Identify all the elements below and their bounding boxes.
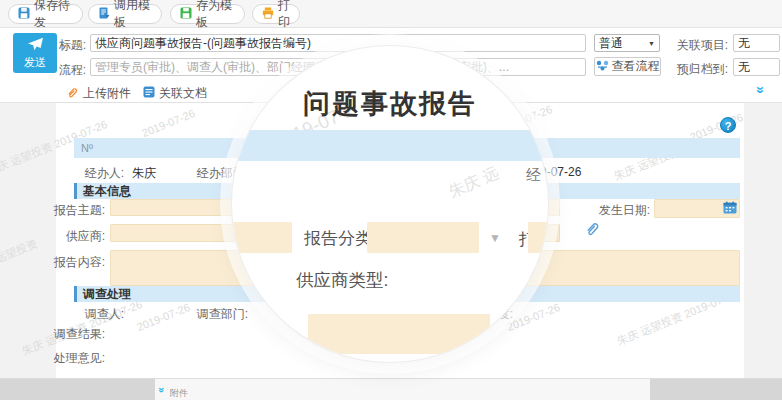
save-template-label: 存为模板 xyxy=(196,0,235,31)
related-project-input[interactable] xyxy=(733,34,780,52)
footer-left-block xyxy=(0,379,155,400)
attachment-paperclip-icon[interactable] xyxy=(584,220,601,240)
calendar-icon[interactable] xyxy=(723,201,737,217)
save-draft-button[interactable]: 保存待发 xyxy=(8,4,83,24)
upload-attachment-label: 上传附件 xyxy=(83,85,131,102)
subject-label: 报告主题: xyxy=(20,202,105,219)
save-template-icon xyxy=(180,7,192,22)
priority-select[interactable]: 普通 ▼ xyxy=(594,34,660,52)
save-template-button[interactable]: 存为模板 xyxy=(170,4,245,24)
load-template-label: 调用模板 xyxy=(114,0,152,31)
opinion-label: 处理意见: xyxy=(20,350,105,367)
link-document-link[interactable]: 关联文档 xyxy=(143,85,207,102)
save-draft-label: 保存待发 xyxy=(34,0,73,31)
footer-middle-block xyxy=(155,379,650,400)
related-project-label: 关联项目: xyxy=(668,37,728,54)
right-margin xyxy=(744,103,782,378)
flow-chart-icon xyxy=(596,60,609,74)
print-icon xyxy=(262,7,274,22)
caret-down-icon: ▼ xyxy=(648,40,655,47)
load-template-icon xyxy=(98,7,110,22)
upload-attachment-link[interactable]: 上传附件 xyxy=(66,85,131,102)
watermark: 朱庆 远 xyxy=(446,163,502,204)
footer-chevron-icon[interactable]: » xyxy=(156,387,166,393)
incident-report-page: 保存待发 调用模板 存为模板 打印 发送 标题: 普通 ▼ 关联项目: 流程: … xyxy=(0,0,782,400)
archive-input[interactable] xyxy=(733,58,780,76)
expand-header-chevron-icon[interactable]: » xyxy=(754,86,768,94)
loupe-field-fragment xyxy=(232,222,292,253)
magnifier-overlay: 2019-07-2 朱庆 远 问题事故报告 经 报告分类: ▼ 打 供应商类型: xyxy=(232,46,548,362)
load-template-button[interactable]: 调用模板 xyxy=(88,4,162,24)
loupe-partial-text: 经 xyxy=(526,166,541,185)
help-icon[interactable]: ? xyxy=(720,117,736,133)
save-icon xyxy=(18,7,30,22)
paperclip-icon xyxy=(66,86,79,102)
toolbar: 保存待发 调用模板 存为模板 打印 xyxy=(0,0,782,28)
caret-down-icon: ▼ xyxy=(489,231,501,245)
archive-label: 预归档到: xyxy=(668,61,728,78)
flow-label: 流程: xyxy=(40,62,86,79)
title-input[interactable] xyxy=(90,34,586,52)
view-flow-label: 查看流程 xyxy=(612,58,660,75)
investigator-label: 调查人: xyxy=(20,306,124,323)
content-label: 报告内容: xyxy=(20,254,105,271)
loupe-field-fragment xyxy=(308,314,490,354)
footer-attachment-label: 附件 xyxy=(170,387,188,400)
print-label: 打印 xyxy=(278,0,290,31)
title-label: 标题: xyxy=(40,37,86,54)
link-document-label: 关联文档 xyxy=(159,85,207,102)
loupe-category-dropdown: ▼ xyxy=(367,222,479,253)
watermark: 2019-07-26 xyxy=(505,301,562,333)
occur-date-label: 发生日期: xyxy=(550,202,650,219)
handler-label: 经办人: xyxy=(20,165,124,182)
watermark: 2019-07-26 xyxy=(140,107,197,139)
loupe-supplier-type-label: 供应商类型: xyxy=(296,268,388,292)
loupe-form-title: 问题事故报告 xyxy=(232,86,548,122)
loupe-number-band xyxy=(232,130,548,161)
document-icon xyxy=(143,86,155,101)
loupe-category-label: 报告分类: xyxy=(304,227,377,250)
footer-right-block xyxy=(650,379,782,400)
print-button[interactable]: 打印 xyxy=(252,4,300,24)
view-flow-button[interactable]: 查看流程 xyxy=(594,57,661,76)
priority-value: 普通 xyxy=(599,35,623,52)
supplier-label: 供应商: xyxy=(20,228,105,245)
invest-dept-label: 调查部门: xyxy=(150,306,248,323)
result-label: 调查结果: xyxy=(20,326,105,343)
